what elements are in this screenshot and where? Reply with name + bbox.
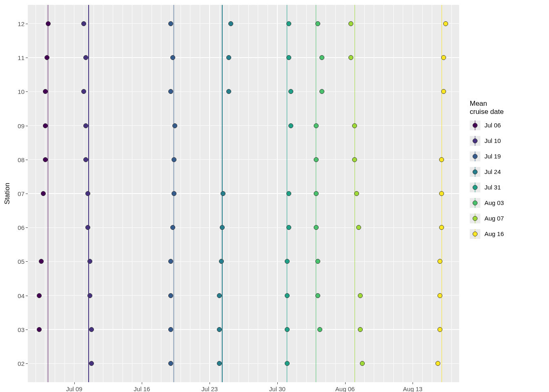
- data-point: [439, 157, 444, 162]
- data-point: [352, 157, 357, 162]
- legend-label: Jul 31: [484, 184, 501, 191]
- data-point: [226, 89, 231, 94]
- legend-label: Jul 19: [484, 153, 501, 160]
- data-point: [314, 123, 319, 128]
- gridline-v-minor: [422, 5, 423, 382]
- gridline-v-minor: [364, 5, 365, 382]
- gridline-v-minor: [200, 5, 200, 382]
- gridline-h: [28, 159, 459, 160]
- data-point: [85, 225, 90, 230]
- gridline-v-minor: [268, 5, 268, 382]
- data-point: [45, 55, 49, 60]
- x-tick-mark: [345, 382, 346, 384]
- data-point: [288, 123, 293, 128]
- gridline-h: [28, 23, 459, 24]
- gridline-v-minor: [103, 5, 103, 382]
- data-point: [285, 361, 290, 366]
- data-point: [83, 123, 88, 128]
- x-tick-mark: [142, 382, 142, 384]
- data-point: [172, 123, 177, 128]
- gridline-v-minor: [451, 5, 452, 382]
- data-point: [286, 225, 291, 230]
- gridline-v-minor: [113, 5, 113, 382]
- gridline-v-minor: [374, 5, 374, 382]
- data-point: [168, 293, 173, 298]
- legend-key: [470, 229, 480, 239]
- data-point: [83, 157, 88, 162]
- legend-item: Aug 03: [470, 198, 504, 208]
- data-point: [315, 259, 320, 264]
- gridline-v-minor: [229, 5, 229, 382]
- gridline-h: [28, 125, 459, 126]
- data-point: [168, 259, 173, 264]
- gridline-v-minor: [219, 5, 220, 382]
- gridline-v-major: [209, 5, 210, 382]
- data-point: [217, 327, 222, 332]
- legend-item: Aug 16: [470, 229, 504, 239]
- data-point: [285, 259, 290, 264]
- data-point: [348, 55, 353, 60]
- legend-key: [470, 120, 480, 130]
- gridline-h: [28, 227, 459, 228]
- data-point: [83, 55, 88, 60]
- data-point: [168, 327, 173, 332]
- data-point: [358, 293, 363, 298]
- legend-key: [470, 167, 480, 177]
- data-point: [81, 89, 86, 94]
- data-point: [315, 21, 320, 26]
- y-tick-label: 08: [15, 156, 25, 163]
- gridline-v-minor: [326, 5, 326, 382]
- gridline-v-minor: [152, 5, 152, 382]
- y-tick-label: 05: [15, 258, 25, 265]
- plot-panel: [28, 5, 459, 382]
- y-tick-mark: [26, 126, 28, 126]
- data-point: [87, 293, 92, 298]
- legend-label: Aug 03: [484, 199, 504, 206]
- data-point: [81, 21, 86, 26]
- legend-label: Aug 07: [484, 215, 504, 222]
- legend-label: Jul 06: [484, 122, 501, 129]
- gridline-v-minor: [384, 5, 384, 382]
- y-axis-label: Station: [3, 183, 11, 205]
- x-tick-mark: [413, 382, 413, 384]
- gridline-v-minor: [432, 5, 432, 382]
- legend-key: [470, 183, 480, 192]
- gridline-v-major: [74, 5, 74, 382]
- gridline-v-minor: [239, 5, 239, 382]
- data-point: [46, 21, 51, 26]
- x-tick-label: Jul 16: [134, 385, 150, 392]
- data-point: [360, 361, 365, 366]
- gridline-v-minor: [335, 5, 336, 382]
- cruise-mean-line: [48, 5, 48, 382]
- legend-key: [470, 151, 480, 161]
- data-point: [41, 191, 46, 196]
- data-point: [43, 157, 48, 162]
- data-point: [170, 225, 175, 230]
- gridline-v-major: [345, 5, 345, 382]
- data-point: [314, 157, 319, 162]
- gridline-v-minor: [393, 5, 394, 382]
- data-point: [43, 89, 48, 94]
- y-tick-label: 03: [15, 326, 25, 333]
- data-point: [221, 191, 225, 196]
- data-point: [39, 259, 44, 264]
- y-tick-label: 02: [15, 360, 25, 367]
- gridline-v-minor: [161, 5, 161, 382]
- legend-key: [470, 214, 480, 223]
- x-tick-label: Aug 06: [335, 385, 355, 392]
- gridline-v-minor: [297, 5, 297, 382]
- y-tick-mark: [26, 363, 28, 364]
- x-tick-label: Jul 09: [66, 385, 83, 392]
- data-point: [168, 89, 173, 94]
- legend-title: Meancruise date: [470, 100, 504, 116]
- legend-label: Aug 16: [484, 230, 504, 237]
- data-point: [314, 191, 319, 196]
- data-point: [356, 225, 361, 230]
- gridline-v-minor: [65, 5, 65, 382]
- gridline-v-major: [277, 5, 277, 382]
- data-point: [89, 361, 94, 366]
- gridline-v-minor: [248, 5, 249, 382]
- y-tick-mark: [26, 24, 28, 24]
- data-point: [220, 225, 225, 230]
- gridline-v-minor: [258, 5, 258, 382]
